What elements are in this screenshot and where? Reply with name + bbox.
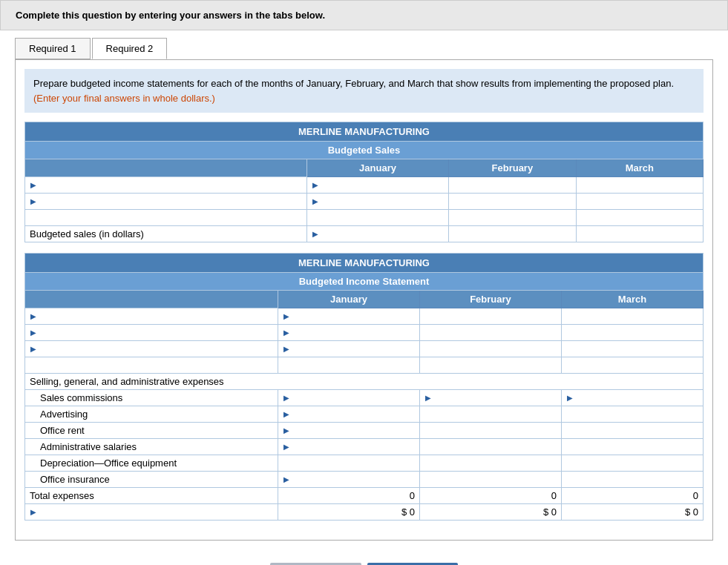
sales-comm-feb[interactable] (433, 392, 558, 403)
row-arrow: ▶ (28, 197, 39, 205)
dollar-sign-jan: $ (401, 506, 407, 518)
t2-r3-mar[interactable] (562, 342, 703, 356)
t1-r2-jan-input[interactable] (321, 196, 445, 207)
table-row: Depreciation—Office equipment (25, 455, 704, 472)
dollar-sign-mar: $ (685, 506, 690, 518)
final-mar-cell: $ 0 (562, 504, 704, 521)
table2-header-row: January February March (25, 291, 704, 308)
t1-r4-feb-input[interactable] (449, 227, 576, 241)
budgeted-income-table: MERLINE MANUFACTURING Budgeted Income St… (24, 253, 704, 521)
advertising-label: Advertising (25, 406, 278, 423)
table2-title-row: MERLINE MANUFACTURING (25, 254, 704, 273)
table2-subtitle-row: Budgeted Income Statement (25, 273, 704, 291)
final-feb-value: 0 (551, 506, 557, 518)
t2-r1-jan[interactable] (292, 311, 416, 322)
table1-title-row: MERLINE MANUFACTURING (25, 122, 704, 142)
table-row: ▶ ▶ (25, 177, 704, 194)
table-row: Sales commissions ▶ ▶ (25, 390, 704, 406)
t1-r3-mar-input[interactable] (577, 211, 703, 225)
sales-comm-jan[interactable] (292, 392, 416, 403)
rent-mar[interactable] (562, 423, 703, 437)
t1-r4-jan-input[interactable] (321, 228, 445, 239)
t2-r1-mar[interactable] (562, 309, 703, 323)
table1-title: MERLINE MANUFACTURING (25, 122, 704, 142)
t2-r2-mar[interactable] (562, 326, 703, 340)
total-expenses-feb: 0 (420, 488, 562, 504)
final-label[interactable] (39, 506, 275, 518)
tab-required-2[interactable]: Required 2 (92, 38, 168, 59)
admin-salaries-label: Administrative salaries (25, 439, 278, 455)
rent-feb[interactable] (420, 423, 561, 437)
table2-title: MERLINE MANUFACTURING (25, 254, 704, 273)
t1-r1-feb-input[interactable] (449, 178, 576, 192)
t1-r1-jan-input[interactable] (321, 179, 445, 191)
table-row: Office rent ▶ (25, 423, 704, 439)
table-row: Budgeted sales (in dollars) ▶ (25, 226, 704, 242)
budgeted-sales-table: MERLINE MANUFACTURING Budgeted Sales Jan… (24, 122, 704, 242)
dep-feb[interactable] (420, 456, 561, 470)
final-mar-value: 0 (693, 506, 698, 518)
table-row (25, 210, 704, 226)
table-row: Advertising ▶ (25, 406, 704, 423)
ins-jan[interactable] (292, 474, 416, 485)
final-feb-cell: $ 0 (420, 504, 562, 521)
table-row: ▶ ▶ (25, 325, 704, 341)
table2-col-jan: January (278, 291, 420, 308)
office-insurance-label: Office insurance (25, 472, 278, 488)
budgeted-sales-label: Budgeted sales (in dollars) (25, 226, 307, 242)
t1-r4-mar-input[interactable] (577, 227, 703, 241)
table2-col-feb: February (420, 291, 562, 308)
instruction-bar: Complete this question by entering your … (0, 0, 728, 30)
t1-r3-feb-input[interactable] (449, 211, 576, 225)
t2-r2-label[interactable] (39, 327, 275, 338)
rent-jan[interactable] (292, 425, 416, 436)
ins-mar[interactable] (562, 472, 703, 486)
t1-r1-label-input[interactable] (39, 179, 304, 191)
final-jan-cell: $ 0 (278, 504, 420, 521)
office-rent-label: Office rent (25, 423, 278, 439)
tab-content: Prepare budgeted income statements for e… (15, 59, 713, 541)
sales-comm-mar[interactable] (575, 392, 700, 403)
adv-feb[interactable] (420, 407, 561, 421)
sga-label: Selling, general, and administrative exp… (25, 374, 704, 390)
instruction-note: (Enter your final answers in whole dolla… (33, 93, 215, 104)
t1-r2-label-input[interactable] (39, 196, 304, 207)
t2-r1-label[interactable] (39, 311, 275, 322)
t2-r2-feb[interactable] (420, 326, 561, 340)
table-row: ▶ ▶ (25, 341, 704, 357)
row-arrow: ▶ (310, 230, 321, 238)
table1-col-feb: February (449, 159, 577, 177)
table2-subtitle: Budgeted Income Statement (25, 273, 704, 291)
t1-r2-feb-input[interactable] (449, 194, 576, 208)
dep-mar[interactable] (562, 456, 703, 470)
sales-commissions-label: Sales commissions (25, 390, 278, 406)
row-arrow: ▶ (310, 197, 321, 205)
table-row: Total expenses 0 0 0 (25, 488, 704, 504)
t1-r2-mar-input[interactable] (577, 194, 703, 208)
table1-subtitle-row: Budgeted Sales (25, 142, 704, 159)
admin-sal-feb[interactable] (420, 440, 561, 454)
instruction-text: Complete this question by entering your … (16, 10, 325, 21)
t2-r3-feb[interactable] (420, 342, 561, 356)
dep-jan[interactable] (278, 456, 419, 470)
ins-feb[interactable] (420, 472, 561, 486)
adv-mar[interactable] (562, 407, 703, 421)
admin-sal-jan[interactable] (292, 441, 416, 452)
table-row: Administrative salaries ▶ (25, 439, 704, 455)
row-arrow: ▶ (310, 181, 321, 189)
adv-jan[interactable] (292, 409, 416, 420)
t2-r3-label[interactable] (39, 343, 275, 354)
table-row: Office insurance ▶ (25, 472, 704, 488)
tab-instruction: Prepare budgeted income statements for e… (24, 69, 704, 113)
table-row: ▶ $ 0 $ 0 $ 0 (25, 504, 704, 521)
admin-sal-mar[interactable] (562, 440, 703, 454)
t2-r2-jan[interactable] (292, 327, 416, 338)
tab-required-1[interactable]: Required 1 (15, 38, 91, 59)
instruction-main: Prepare budgeted income statements for e… (33, 78, 674, 89)
t1-r3-jan-input[interactable] (307, 211, 448, 225)
final-jan-value: 0 (410, 506, 415, 518)
t1-r1-mar-input[interactable] (577, 178, 703, 192)
t2-r1-feb[interactable] (420, 309, 561, 323)
t2-r3-jan[interactable] (292, 343, 416, 354)
table-row: Selling, general, and administrative exp… (25, 374, 704, 390)
